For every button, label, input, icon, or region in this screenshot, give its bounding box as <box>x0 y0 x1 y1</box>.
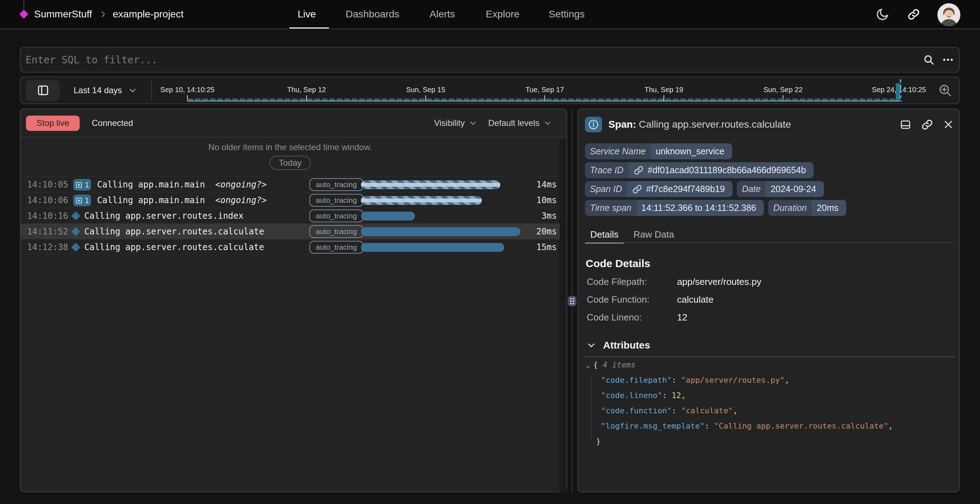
breadcrumb-org[interactable]: SummerStuff <box>34 0 92 29</box>
json-item-count: 4 items <box>603 360 636 369</box>
sql-filter-bar <box>20 47 960 73</box>
pill-value: 2024-09-24 <box>765 181 824 197</box>
row-timestamp: 14:12:38 <box>27 239 68 255</box>
today-button[interactable]: Today <box>269 156 311 170</box>
log-list: No older items in the selected time wind… <box>21 138 566 492</box>
scope-tag[interactable]: auto_tracing <box>309 178 363 191</box>
pill-label: Time span <box>585 200 636 216</box>
plus-square-icon <box>75 197 83 204</box>
pill-value: 20ms <box>812 200 846 216</box>
log-row[interactable]: 14:10:06 1 Calling app.main.main <ongoin… <box>21 192 560 208</box>
pill-label: Span ID <box>585 181 627 197</box>
chevron-down-icon <box>469 119 477 127</box>
stop-live-button[interactable]: Stop live <box>26 116 80 131</box>
timeline-dashed-track[interactable] <box>188 99 900 100</box>
tab-explore[interactable]: Explore <box>486 0 520 29</box>
log-row[interactable]: 14:12:38 Calling app.server.routes.calcu… <box>21 239 560 255</box>
code-lineno-row: Code Lineno:12 <box>587 312 642 323</box>
log-row[interactable]: 14:10:16 Calling app.server.routes.index… <box>21 208 560 223</box>
timeline-label: Sep 10, 14:10:25 <box>161 86 215 94</box>
log-row[interactable]: 14:10:05 1 Calling app.main.main <ongoin… <box>21 176 560 192</box>
pill-value: unknown_service <box>651 144 732 159</box>
panel-resize-handle[interactable] <box>568 296 576 306</box>
tab-dashboards[interactable]: Dashboards <box>346 0 399 29</box>
sql-filter-input[interactable] <box>21 54 923 66</box>
duration-label: 3ms <box>542 208 557 224</box>
tab-details[interactable]: Details <box>585 226 624 243</box>
child-count: 1 <box>84 196 89 205</box>
dark-mode-toggle[interactable] <box>875 0 890 29</box>
trace-id-pill[interactable]: Trace ID #df01acad0311189c8b66a466d96965… <box>585 162 814 178</box>
logo-kite-string <box>24 0 24 10</box>
scope-tag[interactable]: auto_tracing <box>309 209 363 222</box>
json-entry: "code.filepath": "app/server/routes.py", <box>585 372 955 388</box>
code-filepath-row: Code Filepath:app/server/routes.py <box>587 276 647 287</box>
duration-bar <box>361 180 500 189</box>
dock-panel-icon[interactable] <box>900 119 912 131</box>
span-title: Span: Calling app.server.routes.calculat… <box>608 119 791 130</box>
divider <box>151 80 152 101</box>
logfire-logo-icon[interactable] <box>19 10 28 19</box>
time-range-select[interactable]: Last 14 days <box>73 77 137 104</box>
link-icon <box>632 184 643 195</box>
expand-children-badge[interactable]: 1 <box>73 195 91 206</box>
duration-bar <box>361 196 482 205</box>
timeline-label: Thu, Sep 12 <box>287 86 326 94</box>
zoom-in-icon[interactable] <box>938 83 952 97</box>
link-icon <box>907 8 920 21</box>
timeline-label: Tue, Sep 17 <box>525 86 564 94</box>
default-levels-select[interactable]: Default levels <box>488 118 552 128</box>
span-diamond-icon <box>71 211 80 220</box>
timeline-label: Sun, Sep 22 <box>764 86 803 94</box>
attributes-json-view: ⌄{ 4 items "code.filepath": "app/server/… <box>585 356 955 449</box>
moon-icon <box>875 7 890 22</box>
date-pill: Date 2024-09-24 <box>737 181 824 197</box>
visibility-select[interactable]: Visibility <box>434 118 477 128</box>
time-span-pill: Time span 14:11:52.366 to 14:11:52.386 <box>585 200 764 216</box>
duration-label: 20ms <box>536 224 557 239</box>
live-log-header: Stop live Connected Visibility Default l… <box>21 109 566 138</box>
duration-label: 15ms <box>536 239 557 255</box>
live-log-panel: Stop live Connected Visibility Default l… <box>20 108 567 492</box>
child-count: 1 <box>84 180 89 190</box>
row-timestamp: 14:11:52 <box>27 224 68 239</box>
scope-tag[interactable]: auto_tracing <box>309 225 363 238</box>
timeline-now-cursor <box>900 79 901 101</box>
duration-bar <box>361 212 415 220</box>
json-root-line[interactable]: ⌄{ 4 items <box>585 357 955 372</box>
span-id-pill[interactable]: Span ID #f7c8e294f7489b19 <box>585 181 732 197</box>
duration-label: 10ms <box>536 192 557 208</box>
code-details-heading: Code Details <box>585 257 651 270</box>
tab-alerts[interactable]: Alerts <box>430 0 455 29</box>
scope-tag[interactable]: auto_tracing <box>309 241 363 254</box>
panel-left-icon <box>37 84 49 97</box>
pill-label: Service Name <box>585 144 651 159</box>
log-row-selected[interactable]: 14:11:52 Calling app.server.routes.calcu… <box>21 223 560 239</box>
tab-live[interactable]: Live <box>298 0 316 29</box>
chevron-right-icon <box>99 10 107 19</box>
share-link-button[interactable] <box>907 0 920 29</box>
toggle-sidebar-button[interactable] <box>26 80 60 101</box>
search-icon[interactable] <box>923 54 935 66</box>
link-icon[interactable] <box>921 118 934 131</box>
duration-bar <box>361 243 504 252</box>
time-range-bar: Last 14 days Sep 10, 14:10:25 Thu, Sep 1… <box>20 77 960 104</box>
connection-status: Connected <box>92 118 133 128</box>
link-icon <box>633 165 644 176</box>
attributes-toggle[interactable]: Attributes <box>587 340 650 351</box>
more-options-icon[interactable] <box>942 53 955 66</box>
user-avatar[interactable] <box>937 3 961 26</box>
breadcrumb-project[interactable]: example-project <box>113 0 183 29</box>
close-icon[interactable] <box>943 119 954 130</box>
span-detail-header: Span: Calling app.server.routes.calculat… <box>585 116 954 133</box>
tab-settings[interactable]: Settings <box>549 0 585 29</box>
span-meta-pills: Service Name unknown_service Trace ID #d… <box>585 144 846 216</box>
plus-square-icon <box>75 181 83 189</box>
row-message: Calling app.server.routes.calculate <box>84 224 264 239</box>
row-message: Calling app.main.main <ongoing?> <box>97 177 267 192</box>
expand-children-badge[interactable]: 1 <box>73 179 91 191</box>
scope-tag[interactable]: auto_tracing <box>309 194 363 207</box>
service-name-pill: Service Name unknown_service <box>585 144 732 159</box>
json-entry: "code.lineno": 12, <box>585 388 955 403</box>
tab-raw-data[interactable]: Raw Data <box>628 226 679 243</box>
